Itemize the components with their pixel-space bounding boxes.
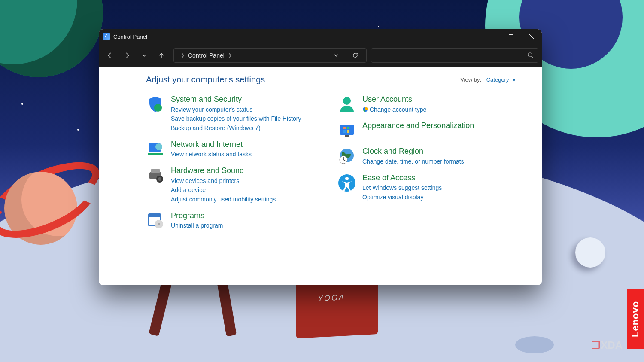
wallpaper-star [378, 26, 379, 27]
svg-rect-7 [151, 169, 160, 173]
wallpaper-star [77, 129, 79, 131]
svg-rect-15 [340, 125, 354, 135]
category-hardware-sound: Hardware and Sound View devices and prin… [146, 166, 325, 204]
category-link[interactable]: Change account type [362, 105, 426, 115]
appearance-icon [337, 121, 356, 140]
svg-rect-11 [149, 214, 161, 217]
up-button[interactable] [154, 48, 169, 63]
view-by-selector[interactable]: View by: Category ▼ [460, 76, 516, 83]
svg-rect-20 [345, 135, 349, 137]
category-column-left: System and Security Review your computer… [146, 95, 325, 231]
refresh-button[interactable] [347, 48, 363, 63]
control-panel-icon [103, 33, 110, 40]
maximize-button[interactable] [501, 29, 521, 44]
wallpaper-planet [0, 0, 103, 77]
search-icon [527, 52, 534, 58]
close-button[interactable] [521, 29, 542, 44]
recent-dropdown-button[interactable] [137, 48, 152, 63]
category-link[interactable]: Uninstall a program [171, 221, 223, 231]
content-area: Adjust your computer's settings View by:… [99, 67, 542, 285]
category-title[interactable]: Programs [171, 211, 223, 221]
back-button[interactable] [102, 48, 118, 63]
search-input[interactable] [371, 48, 538, 63]
address-dropdown-button[interactable] [328, 48, 344, 63]
svg-rect-19 [347, 130, 349, 133]
category-link[interactable]: Backup and Restore (Windows 7) [171, 124, 301, 133]
category-title[interactable]: Network and Internet [171, 140, 252, 149]
svg-rect-16 [343, 127, 346, 129]
category-user-accounts: User Accounts Change account type [337, 95, 516, 114]
uac-shield-icon [362, 106, 368, 113]
page-title: Adjust your computer's settings [146, 75, 265, 85]
category-clock-region: Clock and Region Change date, time, or n… [337, 147, 516, 166]
window-title: Control Panel [113, 33, 147, 40]
category-link[interactable]: Add a device [171, 186, 276, 195]
view-by-label: View by: [460, 76, 481, 83]
address-bar[interactable]: ❯ Control Panel ❯ [173, 48, 367, 63]
svg-point-14 [343, 97, 351, 105]
svg-point-2 [154, 104, 162, 112]
category-link[interactable]: View devices and printers [171, 176, 276, 186]
category-link[interactable]: View network status and tasks [171, 150, 252, 159]
titlebar[interactable]: Control Panel [99, 29, 542, 44]
category-title[interactable]: User Accounts [362, 95, 426, 104]
wallpaper-crater [515, 336, 554, 353]
category-link[interactable]: Save backup copies of your files with Fi… [171, 114, 301, 124]
watermark: ❐XDA [591, 339, 623, 351]
category-appearance: Appearance and Personalization [337, 121, 516, 140]
category-title[interactable]: Hardware and Sound [171, 166, 276, 176]
chevron-right-icon: ❯ [228, 52, 232, 58]
category-title[interactable]: Ease of Access [362, 173, 442, 183]
category-network-internet: Network and Internet View network status… [146, 140, 325, 159]
svg-point-13 [158, 223, 160, 225]
svg-rect-0 [509, 34, 513, 39]
category-column-right: User Accounts Change account type Appear [337, 95, 516, 231]
chevron-right-icon: ❯ [181, 52, 185, 58]
category-link[interactable]: Let Windows suggest settings [362, 183, 442, 193]
category-system-security: System and Security Review your computer… [146, 95, 325, 133]
wallpaper-moon-small [575, 237, 605, 268]
view-by-value: Category [486, 76, 509, 83]
minimize-button[interactable] [480, 29, 501, 44]
svg-point-1 [528, 53, 532, 57]
network-icon [146, 140, 165, 159]
svg-point-5 [155, 143, 162, 150]
brand-badge: Lenovo [627, 289, 644, 349]
category-link[interactable]: Review your computer's status [171, 105, 301, 115]
programs-icon [146, 211, 165, 230]
control-panel-window: Control Panel ❯ Control Panel ❯ [99, 29, 542, 285]
svg-rect-18 [343, 130, 346, 133]
forward-button[interactable] [119, 48, 135, 63]
navbar: ❯ Control Panel ❯ [99, 44, 542, 67]
accessibility-icon [337, 173, 356, 192]
svg-rect-17 [347, 127, 349, 129]
category-programs: Programs Uninstall a program [146, 211, 325, 231]
category-title[interactable]: Appearance and Personalization [362, 121, 474, 131]
category-ease-of-access: Ease of Access Let Windows suggest setti… [337, 173, 516, 202]
category-title[interactable]: System and Security [171, 95, 301, 104]
category-link[interactable]: Adjust commonly used mobility settings [171, 195, 276, 204]
wallpaper-star [21, 103, 23, 105]
svg-point-9 [158, 177, 161, 181]
category-link[interactable]: Change date, time, or number formats [362, 157, 464, 167]
chevron-down-icon: ▼ [512, 78, 516, 82]
category-link[interactable]: Optimize visual display [362, 193, 442, 202]
category-title[interactable]: Clock and Region [362, 147, 464, 156]
printer-icon [146, 166, 165, 185]
breadcrumb-item[interactable]: Control Panel [188, 52, 225, 59]
clock-icon [337, 147, 356, 166]
svg-point-24 [345, 177, 349, 180]
user-icon [337, 95, 356, 114]
shield-icon [146, 95, 165, 114]
svg-rect-4 [148, 153, 163, 155]
